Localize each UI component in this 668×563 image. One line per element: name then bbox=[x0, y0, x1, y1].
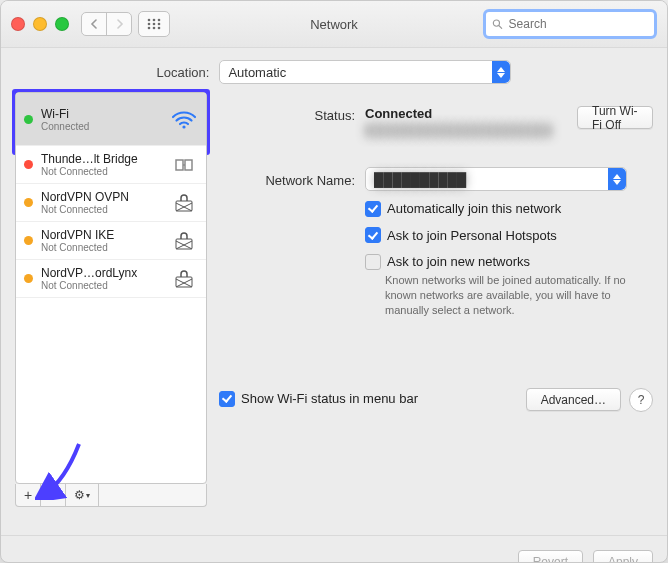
search-field[interactable] bbox=[483, 9, 657, 39]
location-value: Automatic bbox=[220, 65, 492, 80]
zoom-window[interactable] bbox=[55, 17, 69, 31]
chevron-updown-icon bbox=[608, 168, 626, 190]
footer: Revert Apply bbox=[1, 535, 667, 563]
service-actions-button[interactable]: ⚙︎▾ bbox=[66, 484, 99, 506]
status-dot-icon bbox=[24, 160, 33, 169]
service-status: Not Connected bbox=[41, 242, 162, 253]
apply-button[interactable]: Apply bbox=[593, 550, 653, 563]
sidebar-footer: + − ⚙︎▾ bbox=[15, 484, 207, 507]
status-dot-icon bbox=[24, 274, 33, 283]
svg-point-8 bbox=[158, 27, 161, 30]
svg-point-2 bbox=[158, 19, 161, 22]
add-service-button[interactable]: + bbox=[16, 484, 41, 506]
ask-new-networks-checkbox[interactable]: Ask to join new networks bbox=[365, 254, 530, 269]
chevron-updown-icon bbox=[492, 61, 510, 83]
help-button[interactable]: ? bbox=[629, 388, 653, 412]
vpn-lock-icon bbox=[170, 231, 198, 251]
status-dot-icon bbox=[24, 236, 33, 245]
auto-join-checkbox[interactable]: Automatically join this network bbox=[365, 201, 561, 216]
status-dot-icon bbox=[24, 115, 33, 124]
status-detail: ████████████████████████ bbox=[365, 123, 545, 137]
service-status: Connected bbox=[41, 121, 162, 132]
titlebar: Network bbox=[1, 1, 667, 48]
service-status: Not Connected bbox=[41, 204, 162, 215]
service-status: Not Connected bbox=[41, 280, 162, 291]
nav-back-forward[interactable] bbox=[81, 12, 132, 36]
ask-hotspots-checkbox[interactable]: Ask to join Personal Hotspots bbox=[365, 228, 557, 243]
service-status: Not Connected bbox=[41, 166, 162, 177]
wifi-icon bbox=[170, 109, 198, 129]
vpn-lock-icon bbox=[170, 269, 198, 289]
thunderbolt-bridge-icon bbox=[170, 156, 198, 174]
ask-new-networks-help: Known networks will be joined automatica… bbox=[365, 273, 645, 318]
svg-point-5 bbox=[158, 23, 161, 26]
svg-point-3 bbox=[148, 23, 151, 26]
revert-button[interactable]: Revert bbox=[518, 550, 583, 563]
service-name: NordVP…ordLynx bbox=[41, 266, 162, 280]
status-label: Status: bbox=[219, 106, 365, 123]
main-panel: Status: Connected ██████████████████████… bbox=[219, 92, 653, 507]
minimize-window[interactable] bbox=[33, 17, 47, 31]
chevron-down-icon: ▾ bbox=[86, 491, 90, 500]
sidebar-item-wifi[interactable]: Wi-Fi Connected bbox=[16, 93, 206, 146]
status-value: Connected bbox=[365, 106, 545, 121]
sidebar-item-thunderbolt-bridge[interactable]: Thunde…lt Bridge Not Connected bbox=[16, 146, 206, 184]
vpn-lock-icon bbox=[170, 193, 198, 213]
svg-point-4 bbox=[153, 23, 156, 26]
location-select[interactable]: Automatic bbox=[219, 60, 511, 84]
svg-point-1 bbox=[153, 19, 156, 22]
search-input[interactable] bbox=[507, 16, 648, 32]
service-name: NordVPN IKE bbox=[41, 228, 162, 242]
show-wifi-menubar-checkbox[interactable]: Show Wi-Fi status in menu bar bbox=[219, 391, 418, 408]
turn-wifi-off-button[interactable]: Turn Wi-Fi Off bbox=[577, 106, 653, 129]
show-all-button[interactable] bbox=[138, 11, 170, 37]
sidebar-item-nordvpn-ike[interactable]: NordVPN IKE Not Connected bbox=[16, 222, 206, 260]
svg-point-11 bbox=[182, 125, 185, 128]
sidebar-item-nordvpn-ovpn[interactable]: NordVPN OVPN Not Connected bbox=[16, 184, 206, 222]
svg-point-6 bbox=[148, 27, 151, 30]
svg-point-9 bbox=[493, 20, 499, 26]
svg-point-7 bbox=[153, 27, 156, 30]
svg-point-0 bbox=[148, 19, 151, 22]
network-name-label: Network Name: bbox=[219, 171, 365, 188]
remove-service-button[interactable]: − bbox=[41, 484, 66, 506]
services-sidebar: Wi-Fi Connected Thunde…lt Bridge Not Con… bbox=[15, 92, 207, 484]
traffic-lights bbox=[11, 17, 69, 31]
close-window[interactable] bbox=[11, 17, 25, 31]
advanced-button[interactable]: Advanced… bbox=[526, 388, 621, 411]
network-name-value: ██████████ bbox=[366, 172, 608, 187]
status-dot-icon bbox=[24, 198, 33, 207]
back-button[interactable] bbox=[82, 13, 106, 35]
network-name-select[interactable]: ██████████ bbox=[365, 167, 627, 191]
forward-button[interactable] bbox=[106, 13, 131, 35]
location-label: Location: bbox=[157, 65, 210, 80]
sidebar-item-nordvpn-nordlynx[interactable]: NordVP…ordLynx Not Connected bbox=[16, 260, 206, 298]
service-name: NordVPN OVPN bbox=[41, 190, 162, 204]
gear-icon: ⚙︎ bbox=[74, 488, 85, 502]
search-icon bbox=[492, 18, 503, 30]
svg-line-10 bbox=[499, 26, 502, 29]
service-name: Thunde…lt Bridge bbox=[41, 152, 162, 166]
service-name: Wi-Fi bbox=[41, 107, 162, 121]
